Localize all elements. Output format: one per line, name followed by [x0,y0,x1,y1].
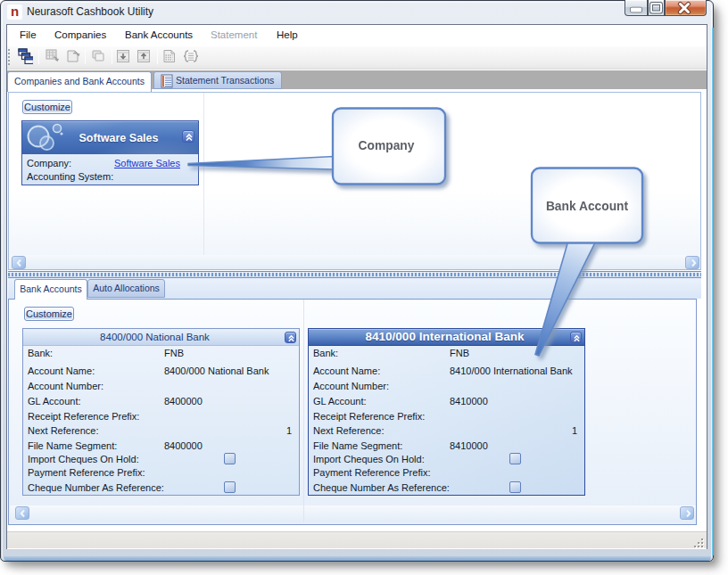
svg-text:Bank Account: Bank Account [546,200,629,213]
svg-text:Company: Company [359,139,415,152]
